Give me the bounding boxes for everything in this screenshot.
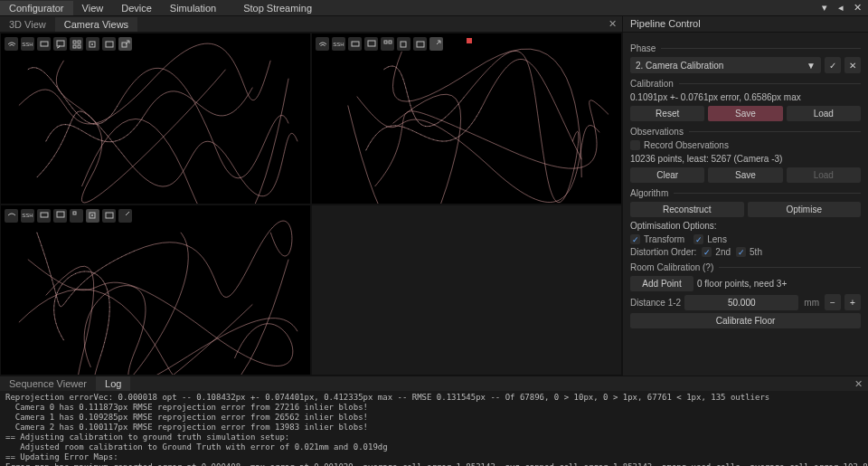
distortion-5th-checkbox[interactable]: 5th	[736, 247, 762, 257]
svg-rect-13	[389, 41, 392, 43]
menubar: Configurator View Device Simulation Stop…	[0, 0, 868, 16]
save-button[interactable]: Save	[708, 106, 782, 121]
svg-rect-12	[384, 41, 387, 43]
svg-rect-2	[73, 41, 76, 43]
svg-rect-11	[368, 41, 375, 46]
chevron-down-icon: ▼	[807, 61, 816, 71]
tracking-viz	[312, 33, 621, 204]
close-icon[interactable]: ✕	[852, 3, 863, 14]
bottom-close-icon[interactable]: ✕	[849, 378, 868, 390]
transform-checkbox[interactable]: Transform	[630, 234, 684, 244]
cast-icon[interactable]	[53, 209, 67, 223]
svg-point-20	[91, 214, 93, 216]
observations-info: 10236 points, least: 5267 (Camera -3)	[630, 154, 861, 164]
grid-icon[interactable]	[70, 209, 83, 223]
algorithm-section: Algorithm	[630, 188, 861, 198]
cam0-toolbar: SSH	[5, 37, 132, 51]
screen-icon[interactable]	[37, 37, 51, 51]
back-icon[interactable]: ◂	[835, 3, 846, 14]
distance-input[interactable]: 50.000	[684, 295, 798, 310]
camera-0[interactable]: SSH	[0, 33, 311, 204]
phase-dropdown[interactable]: 2. Camera Calibration▼	[630, 57, 821, 73]
camera-grid: SSH SSH	[0, 33, 622, 376]
pipeline-body: Phase 2. Camera Calibration▼ ✓ ✕ Calibra…	[623, 33, 868, 337]
pipeline-title: Pipeline Control	[623, 16, 868, 33]
cast-icon[interactable]	[364, 37, 378, 51]
left-panel: 3D View Camera Views ✕ SSH	[0, 16, 622, 376]
menu-device[interactable]: Device	[112, 1, 161, 15]
svg-rect-18	[73, 212, 76, 214]
screen-icon[interactable]	[37, 209, 51, 223]
lens-checkbox[interactable]: Lens	[693, 234, 727, 244]
record-observations-checkbox[interactable]: Record Observations	[630, 140, 729, 150]
tab-3d-view[interactable]: 3D View	[0, 17, 55, 32]
reconstruct-button[interactable]: Reconstruct	[630, 202, 744, 217]
tracking-viz	[1, 33, 310, 204]
obs-load-button: Load	[787, 167, 861, 183]
view-close-icon[interactable]: ✕	[603, 18, 622, 30]
menu-left: Configurator View Device Simulation	[0, 1, 225, 15]
ssh-icon[interactable]: SSH	[21, 209, 34, 223]
menu-simulation[interactable]: Simulation	[161, 1, 225, 15]
camera-2[interactable]: SSH	[0, 204, 311, 376]
calibrate-floor-button[interactable]: Calibrate Floor	[630, 313, 861, 328]
wifi-icon[interactable]	[5, 209, 18, 223]
minimize-icon[interactable]: ▾	[819, 3, 830, 14]
calibration-section: Calibration	[630, 79, 861, 89]
rec-icon[interactable]	[86, 209, 99, 223]
full-icon[interactable]	[102, 37, 116, 51]
obs-save-button[interactable]: Save	[708, 167, 782, 183]
pop-icon[interactable]	[429, 37, 443, 51]
full-icon[interactable]	[102, 209, 116, 223]
svg-rect-3	[78, 41, 80, 43]
tracking-viz	[1, 205, 310, 376]
tab-camera-views[interactable]: Camera Views	[55, 17, 137, 32]
screen-icon[interactable]	[348, 37, 362, 51]
pop-icon[interactable]	[118, 37, 132, 51]
svg-rect-1	[57, 41, 64, 46]
camera-1[interactable]: SSH	[311, 33, 622, 204]
tab-sequence-viewer[interactable]: Sequence Viewer	[0, 376, 96, 391]
menu-configurator[interactable]: Configurator	[0, 1, 73, 15]
phase-cancel-button[interactable]: ✕	[844, 57, 861, 73]
svg-rect-21	[106, 213, 113, 218]
ssh-icon[interactable]: SSH	[21, 37, 34, 51]
bottom-panel: Sequence Viewer Log ✕ Reprojection error…	[0, 376, 868, 466]
stop-streaming-button[interactable]: Stop Streaming	[234, 1, 321, 15]
observations-section: Observations	[630, 127, 861, 137]
svg-rect-17	[57, 212, 64, 217]
grid-icon[interactable]	[70, 37, 83, 51]
tab-log[interactable]: Log	[96, 376, 130, 391]
add-point-button[interactable]: Add Point	[630, 276, 693, 291]
optimise-button[interactable]: Optimise	[748, 202, 862, 217]
full-icon[interactable]	[413, 37, 427, 51]
room-calibration-section: Room Calibration (?)	[630, 262, 861, 272]
distortion-2nd-checkbox[interactable]: 2nd	[702, 247, 731, 257]
cast-icon[interactable]	[53, 37, 67, 51]
distance-decrement-button[interactable]: −	[825, 294, 841, 310]
svg-rect-0	[41, 42, 48, 46]
cam1-toolbar: SSH	[316, 37, 443, 51]
distortion-label: Distortion Order:	[630, 247, 696, 257]
distance-label: Distance 1-2	[630, 298, 681, 308]
rec-icon[interactable]	[397, 37, 410, 51]
view-tabs: 3D View Camera Views ✕	[0, 16, 622, 33]
phase-confirm-button[interactable]: ✓	[825, 57, 841, 73]
rec-icon[interactable]	[86, 37, 99, 51]
reset-button[interactable]: Reset	[630, 106, 704, 121]
distance-increment-button[interactable]: +	[844, 294, 861, 310]
log-output[interactable]: Reprojection errorVec: 0.000018 opt -- 0…	[0, 391, 868, 466]
load-button[interactable]: Load	[787, 106, 861, 121]
grid-icon[interactable]	[381, 37, 394, 51]
pipeline-panel: Pipeline Control Phase 2. Camera Calibra…	[622, 16, 868, 376]
clear-button[interactable]: Clear	[630, 167, 704, 183]
menu-view[interactable]: View	[73, 1, 113, 15]
ssh-icon[interactable]: SSH	[332, 37, 345, 51]
floor-points-info: 0 floor points, need 3+	[697, 279, 787, 289]
wifi-icon[interactable]	[316, 37, 329, 51]
pop-icon[interactable]	[118, 209, 132, 223]
window-controls: ▾ ◂ ✕	[819, 3, 868, 14]
svg-rect-5	[78, 45, 80, 48]
wifi-icon[interactable]	[5, 37, 18, 51]
opt-options-label: Optimisation Options:	[630, 221, 861, 231]
